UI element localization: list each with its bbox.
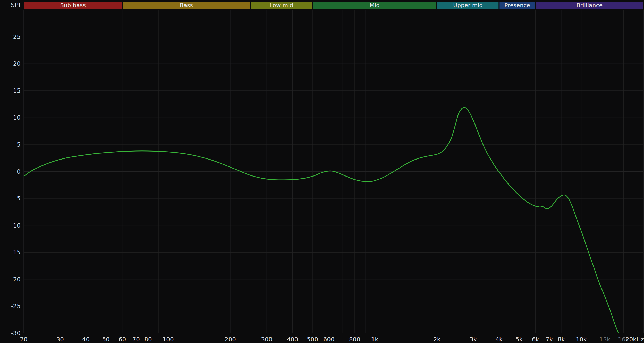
- y-tick-label: -10: [11, 222, 21, 229]
- y-tick-label: -20: [11, 276, 21, 283]
- y-tick-label: 0: [17, 168, 21, 175]
- x-tick-label: 5k: [515, 336, 523, 343]
- x-tick-label: 20: [20, 336, 27, 343]
- band-label: Low mid: [269, 2, 293, 9]
- band-label: Upper mid: [453, 2, 483, 9]
- x-tick-label: 600: [323, 336, 335, 343]
- y-tick-label: -25: [11, 303, 21, 309]
- y-tick-label: -30: [11, 330, 21, 337]
- spl-chart-svg: Sub bassBassLow midMidUpper midPresenceB…: [0, 0, 644, 343]
- x-tick-label: 20kHz: [625, 336, 644, 343]
- curve-layer: [24, 108, 620, 335]
- x-axis-labels: 203040506070801002003004005006008001k2k3…: [20, 336, 644, 343]
- x-tick-label: 30: [56, 336, 64, 343]
- band-strip: Sub bassBassLow midMidUpper midPresenceB…: [24, 2, 643, 9]
- band-label: Mid: [370, 2, 380, 9]
- x-tick-label: 8k: [558, 336, 565, 343]
- frequency-response-chart: SPL Sub bassBassLow midMidUpper midPrese…: [0, 0, 644, 343]
- y-axis-title: SPL: [11, 2, 22, 9]
- x-tick-label: 800: [349, 336, 360, 343]
- y-tick-label: 15: [13, 87, 21, 94]
- x-tick-label: 70: [132, 336, 140, 343]
- x-tick-label: 100: [163, 336, 174, 343]
- x-tick-label: 300: [261, 336, 272, 343]
- x-tick-label: 1k: [371, 336, 379, 343]
- x-tick-label: 13k: [599, 336, 611, 343]
- x-tick-label: 4k: [495, 336, 503, 343]
- response-curve: [24, 108, 620, 335]
- x-tick-label: 500: [307, 336, 318, 343]
- x-tick-label: 10k: [576, 336, 587, 343]
- x-tick-label: 60: [118, 336, 126, 343]
- band-label: Bass: [180, 2, 193, 9]
- y-axis-labels: 2520151050-5-10-15-20-25-30: [11, 34, 21, 337]
- x-tick-label: 6k: [532, 336, 539, 343]
- x-tick-label: 7k: [546, 336, 553, 343]
- x-tick-label: 400: [287, 336, 298, 343]
- x-tick-label: 80: [144, 336, 152, 343]
- x-tick-label: 40: [82, 336, 90, 343]
- band-label: Sub bass: [60, 2, 86, 9]
- x-tick-label: 3k: [470, 336, 477, 343]
- y-tick-label: -15: [11, 249, 21, 256]
- band-label: Brilliance: [576, 2, 603, 9]
- y-tick-label: 5: [17, 141, 21, 148]
- band-label: Presence: [504, 2, 530, 9]
- y-tick-label: 10: [13, 114, 21, 121]
- y-tick-label: 25: [13, 34, 21, 40]
- x-tick-label: 200: [225, 336, 236, 343]
- x-tick-label: 2k: [433, 336, 441, 343]
- y-tick-label: -5: [15, 195, 21, 202]
- y-tick-label: 20: [13, 60, 21, 67]
- x-tick-label: 50: [102, 336, 109, 343]
